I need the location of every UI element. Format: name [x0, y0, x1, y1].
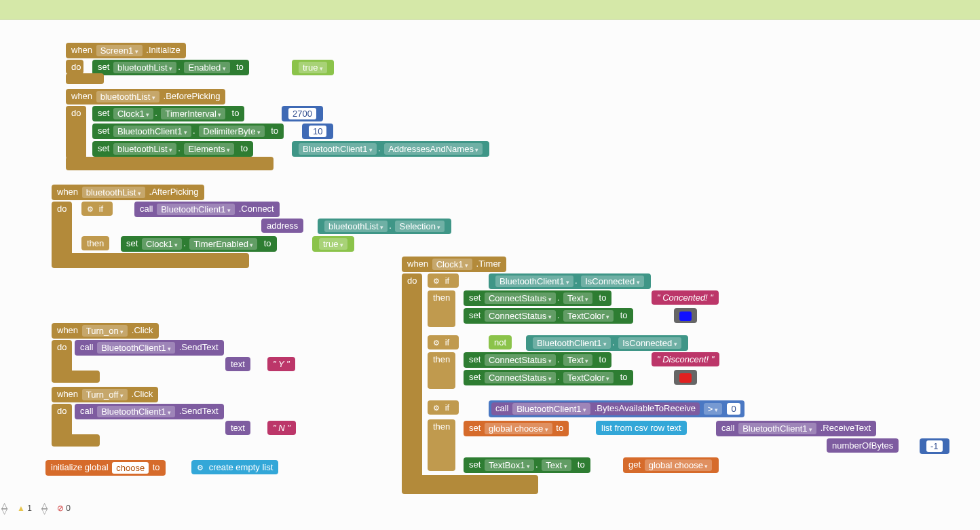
dd-bluetoothclient1[interactable]: BluetoothClient1: [113, 126, 191, 137]
call-bc-receivetext[interactable]: call BluetoothClient1 .ReceiveText: [716, 421, 876, 436]
dd-textbox1[interactable]: TextBox1: [485, 459, 534, 471]
dd-connectstatus[interactable]: ConnectStatus: [485, 354, 556, 366]
then-label: then: [428, 352, 455, 389]
dd-turn-on[interactable]: Turn_on: [82, 325, 128, 337]
event-turn-on-click[interactable]: when Turn_on .Click: [52, 323, 159, 339]
compare-gt[interactable]: call BluetoothClient1 .BytesAvailableToR…: [489, 400, 745, 417]
dd-selection[interactable]: Selection: [395, 221, 445, 232]
dd-bluetoothclient1[interactable]: BluetoothClient1: [299, 143, 377, 155]
set-clock1-timerinterval[interactable]: set Clock1. TimerInterval to: [92, 106, 244, 121]
event-body-fill: [52, 371, 100, 383]
nav-arrows-2[interactable]: △▽: [41, 503, 48, 514]
do-label: do: [52, 202, 72, 260]
get-global-choose[interactable]: get global choose: [623, 457, 719, 473]
dd-connectstatus[interactable]: ConnectStatus: [485, 292, 556, 304]
text-N[interactable]: " N ": [267, 421, 296, 435]
event-clock1-timer[interactable]: when Clock1 .Timer: [402, 257, 506, 272]
dd-enabled[interactable]: Enabled: [184, 62, 229, 73]
if-not-connected[interactable]: if: [428, 335, 459, 349]
event-screen1-initialize[interactable]: when Screen1 .Initialize: [66, 43, 186, 58]
call-bc-sendtext-y[interactable]: call BluetoothClient1 .SendText: [75, 340, 224, 356]
dd-textcolor[interactable]: TextColor: [563, 372, 614, 383]
event-btlist-afterpicking[interactable]: when bluetoothList .AfterPicking: [52, 185, 204, 200]
dd-elements[interactable]: Elements: [184, 143, 234, 155]
bc-isconnected-2[interactable]: BluetoothClient1. IsConnected: [526, 335, 688, 351]
bc-isconnected[interactable]: BluetoothClient1. IsConnected: [489, 273, 651, 289]
then-label: then: [81, 236, 109, 250]
dd-clock1[interactable]: Clock1: [142, 238, 182, 250]
number-neg1[interactable]: -1: [920, 438, 949, 454]
set-connectstatus-textcolor[interactable]: set ConnectStatus. TextColor to: [464, 308, 633, 324]
set-connectstatus-text-2[interactable]: set ConnectStatus. Text to: [464, 352, 611, 368]
dd-isconnected[interactable]: IsConnected: [581, 276, 644, 287]
set-clock1-timerenabled[interactable]: set Clock1. TimerEnabled to: [121, 236, 277, 252]
call-bc-sendtext-n[interactable]: call BluetoothClient1 .SendText: [75, 404, 224, 419]
dd-bluetoothclient1[interactable]: BluetoothClient1: [738, 423, 816, 434]
dd-timerenabled[interactable]: TimerEnabled: [189, 238, 257, 250]
dd-text[interactable]: Text: [563, 354, 592, 366]
set-btlist-enabled[interactable]: set bluetoothList. Enabled to: [92, 60, 249, 75]
call-bc-connect[interactable]: call BluetoothClient1 .Connect: [134, 202, 280, 217]
dd-global-choose[interactable]: global choose: [485, 423, 552, 434]
dd-text[interactable]: Text: [542, 459, 571, 471]
text-concented[interactable]: " Concented! ": [652, 290, 719, 305]
not-block[interactable]: not: [489, 335, 512, 349]
dd-bluetoothclient1[interactable]: BluetoothClient1: [533, 337, 611, 349]
set-connectstatus-textcolor-2[interactable]: set ConnectStatus. TextColor to: [464, 370, 633, 385]
dd-connectstatus[interactable]: ConnectStatus: [485, 310, 556, 322]
dd-gt[interactable]: >: [704, 403, 722, 415]
initialize-label: .Initialize: [146, 45, 181, 55]
create-empty-list[interactable]: create empty list: [191, 460, 278, 474]
number-10[interactable]: 10: [302, 124, 333, 139]
dd-bluetoothlist[interactable]: bluetoothList: [324, 221, 388, 232]
set-global-choose[interactable]: set global choose to: [464, 421, 569, 436]
text-disconcent[interactable]: " Disconcent! ": [652, 352, 719, 366]
warning-icon: ▲: [17, 504, 25, 513]
error-icon: ⊘: [57, 504, 64, 513]
set-bc-delimiterbyte[interactable]: set BluetoothClient1. DelimiterByte to: [92, 124, 284, 139]
init-global-choose[interactable]: initialize global choose to: [45, 460, 166, 476]
dd-textcolor[interactable]: TextColor: [563, 310, 614, 322]
dd-bluetoothclient1[interactable]: BluetoothClient1: [512, 403, 590, 415]
if-connected[interactable]: if: [428, 273, 459, 288]
number-2700[interactable]: 2700: [282, 106, 323, 121]
dd-bluetoothclient1[interactable]: BluetoothClient1: [97, 342, 175, 354]
if-block[interactable]: if: [81, 202, 113, 216]
text-Y[interactable]: " Y ": [267, 357, 295, 371]
btlist-selection[interactable]: bluetoothList. Selection: [318, 219, 451, 234]
dd-addressesandnames[interactable]: AddressesAndNames: [384, 143, 483, 155]
dd-clock1[interactable]: Clock1: [432, 259, 472, 270]
dd-bluetoothlist[interactable]: bluetoothList: [96, 91, 159, 102]
dd-bluetoothclient1[interactable]: BluetoothClient1: [97, 406, 175, 417]
color-blue[interactable]: [674, 308, 697, 323]
set-connectstatus-text[interactable]: set ConnectStatus. Text to: [464, 290, 611, 306]
dd-bluetoothclient1[interactable]: BluetoothClient1: [157, 204, 235, 215]
dd-text[interactable]: Text: [563, 292, 592, 304]
color-red[interactable]: [674, 370, 697, 385]
bc-addressesandnames[interactable]: BluetoothClient1. AddressesAndNames: [292, 141, 489, 157]
nav-arrows-1[interactable]: △▽: [1, 503, 7, 514]
true-value[interactable]: true: [312, 236, 354, 252]
set-textbox1-text[interactable]: set TextBox1. Text to: [464, 457, 590, 473]
dd-clock1[interactable]: Clock1: [113, 108, 153, 119]
dd-isconnected[interactable]: IsConnected: [618, 337, 681, 349]
event-btlist-beforepicking[interactable]: when bluetoothList .BeforePicking: [66, 89, 225, 105]
dd-bluetoothlist[interactable]: bluetoothList: [113, 62, 176, 73]
when-label: when: [71, 45, 92, 55]
dd-bluetoothclient1[interactable]: BluetoothClient1: [495, 276, 573, 287]
dd-screen1[interactable]: Screen1: [96, 45, 143, 56]
dd-delimiterbyte[interactable]: DelimiterByte: [199, 126, 265, 137]
event-turn-off-click[interactable]: when Turn_off .Click: [52, 387, 158, 402]
dd-turn-off[interactable]: Turn_off: [82, 389, 128, 400]
if-bytes-available[interactable]: if: [428, 400, 459, 415]
numberofbytes-label: numberOfBytes: [827, 438, 899, 453]
dd-bluetoothlist[interactable]: bluetoothList: [82, 187, 145, 198]
dd-global-choose[interactable]: global choose: [645, 459, 713, 471]
list-from-csv-row[interactable]: list from csv row text: [596, 421, 687, 435]
dd-bluetoothlist[interactable]: bluetoothList: [113, 143, 176, 155]
dd-connectstatus[interactable]: ConnectStatus: [485, 372, 556, 383]
true-value[interactable]: true: [292, 60, 334, 75]
connect-address-label: address: [261, 219, 303, 233]
set-btlist-elements[interactable]: set bluetoothList. Elements to: [92, 141, 253, 157]
dd-timerinterval[interactable]: TimerInterval: [161, 108, 225, 119]
